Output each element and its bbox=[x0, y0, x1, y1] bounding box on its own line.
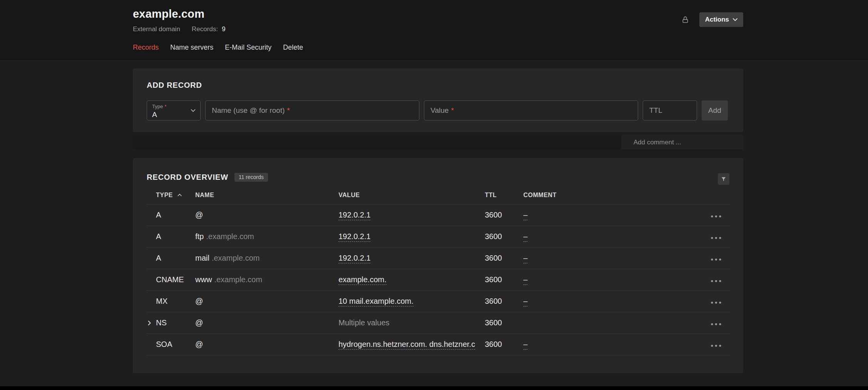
actions-button[interactable]: Actions bbox=[699, 12, 743, 27]
record-row: Amail.example.com192.0.2.13600– bbox=[147, 248, 729, 269]
record-type: NS bbox=[156, 318, 167, 327]
filter-button[interactable] bbox=[718, 173, 729, 185]
column-header-type[interactable]: TYPE bbox=[147, 192, 186, 204]
record-actions-cell bbox=[702, 312, 729, 334]
row-menu-button[interactable] bbox=[709, 278, 723, 285]
tab-name-servers[interactable]: Name servers bbox=[170, 44, 213, 55]
record-overview-header: RECORD OVERVIEW 11 records bbox=[147, 173, 729, 182]
record-type: MX bbox=[156, 297, 168, 305]
column-header-ttl[interactable]: TTL bbox=[476, 192, 514, 204]
record-ttl: 3600 bbox=[485, 254, 502, 262]
record-row: CNAMEwww.example.comexample.com.3600– bbox=[147, 269, 729, 291]
record-comment[interactable]: – bbox=[523, 254, 528, 263]
record-name: @ bbox=[195, 211, 203, 219]
record-value-cell: 192.0.2.1 bbox=[329, 204, 476, 226]
record-overview-panel: RECORD OVERVIEW 11 records TYPE bbox=[133, 158, 743, 373]
column-header-name[interactable]: NAME bbox=[186, 192, 329, 204]
record-value-cell: 10 mail.example.com. bbox=[329, 291, 476, 312]
add-record-heading: ADD RECORD bbox=[147, 81, 728, 90]
record-name-cell: @ bbox=[186, 204, 329, 226]
ttl-input[interactable]: TTL bbox=[643, 100, 697, 121]
row-menu-button[interactable] bbox=[709, 321, 723, 328]
actions-button-label: Actions bbox=[705, 16, 729, 23]
ttl-input-placeholder: TTL bbox=[649, 106, 662, 115]
record-actions-cell bbox=[702, 291, 729, 312]
record-name-cell: @ bbox=[186, 334, 329, 355]
record-ttl: 3600 bbox=[485, 232, 502, 241]
tab-email-security[interactable]: E-Mail Security bbox=[225, 44, 271, 55]
record-name: ftp bbox=[195, 232, 204, 241]
record-value[interactable]: 10 mail.example.com. bbox=[338, 297, 414, 306]
dns-console-page: example.com External domain Records: 9 A… bbox=[0, 0, 868, 386]
tab-delete[interactable]: Delete bbox=[283, 44, 303, 55]
record-value-cell: Multiple values bbox=[329, 312, 476, 334]
tab-records[interactable]: Records bbox=[133, 44, 159, 55]
record-actions-cell bbox=[702, 248, 729, 269]
record-comment[interactable]: – bbox=[523, 211, 528, 220]
record-name-cell: www.example.com bbox=[186, 269, 329, 291]
record-type: A bbox=[156, 232, 161, 241]
row-menu-button[interactable] bbox=[709, 342, 723, 349]
record-name-cell: @ bbox=[186, 291, 329, 312]
record-name: www bbox=[195, 275, 212, 284]
chevron-down-icon bbox=[191, 109, 196, 112]
record-type: SOA bbox=[156, 340, 172, 348]
type-select-label: Type * bbox=[152, 104, 195, 109]
record-ttl: 3600 bbox=[485, 340, 502, 348]
record-value[interactable]: 192.0.2.1 bbox=[338, 254, 370, 263]
record-row: NS@Multiple values3600 bbox=[147, 312, 729, 334]
record-type-cell: SOA bbox=[147, 334, 186, 355]
column-header-value[interactable]: VALUE bbox=[329, 192, 476, 204]
domain-subline: External domain Records: 9 bbox=[133, 25, 225, 33]
record-comment[interactable]: – bbox=[523, 232, 528, 242]
record-ttl-cell: 3600 bbox=[476, 312, 514, 334]
record-type-cell: CNAME bbox=[147, 269, 186, 291]
add-record-panel: ADD RECORD Type * A Name (use @ for root… bbox=[133, 69, 743, 132]
add-record-button[interactable]: Add bbox=[702, 100, 728, 121]
record-value: Multiple values bbox=[338, 318, 389, 327]
record-type-cell: A bbox=[147, 248, 186, 269]
record-value[interactable]: 192.0.2.1 bbox=[338, 232, 370, 242]
filter-icon bbox=[721, 176, 726, 182]
record-comment-cell: – bbox=[514, 226, 702, 248]
record-value[interactable]: example.com. bbox=[338, 275, 387, 285]
record-comment-cell bbox=[514, 312, 702, 334]
add-comment-button[interactable]: Add comment ... bbox=[621, 135, 743, 149]
record-name: @ bbox=[195, 297, 203, 305]
record-comment-cell: – bbox=[514, 248, 702, 269]
name-input[interactable]: Name (use @ for root) * bbox=[205, 100, 419, 121]
record-row: MX@10 mail.example.com.3600– bbox=[147, 291, 729, 312]
required-mark: * bbox=[287, 106, 290, 115]
row-menu-button[interactable] bbox=[709, 299, 723, 306]
records-count-label: Records: bbox=[192, 25, 218, 33]
row-menu-button[interactable] bbox=[709, 256, 723, 263]
sort-ascending-icon[interactable] bbox=[178, 194, 182, 196]
domain-kind-label: External domain bbox=[133, 25, 180, 33]
record-type: A bbox=[156, 211, 161, 219]
value-input[interactable]: Value * bbox=[424, 100, 638, 121]
record-ttl-cell: 3600 bbox=[476, 269, 514, 291]
column-header-comment[interactable]: COMMENT bbox=[514, 192, 702, 204]
record-comment[interactable]: – bbox=[523, 275, 528, 285]
required-mark: * bbox=[164, 104, 166, 109]
record-type-cell: A bbox=[147, 204, 186, 226]
record-comment-cell: – bbox=[514, 269, 702, 291]
record-row: SOA@hydrogen.ns.hetzner.com. dns.hetzner… bbox=[147, 334, 729, 355]
record-name-cell: mail.example.com bbox=[186, 248, 329, 269]
record-actions-cell bbox=[702, 204, 729, 226]
record-row: A@192.0.2.13600– bbox=[147, 204, 729, 226]
record-name-cell: ftp.example.com bbox=[186, 226, 329, 248]
row-menu-button[interactable] bbox=[709, 213, 723, 220]
table-header-row: TYPE NAME VALUE TTL COMMENT bbox=[147, 192, 729, 204]
row-menu-button[interactable] bbox=[709, 234, 723, 241]
record-comment[interactable]: – bbox=[523, 340, 528, 350]
record-ttl: 3600 bbox=[485, 211, 502, 219]
record-value[interactable]: hydrogen.ns.hetzner.com. dns.hetzner.c… bbox=[338, 340, 476, 350]
record-value[interactable]: 192.0.2.1 bbox=[338, 211, 370, 220]
tab-bar: Records Name servers E-Mail Security Del… bbox=[133, 44, 743, 55]
record-value-cell: 192.0.2.1 bbox=[329, 226, 476, 248]
expand-row-icon[interactable] bbox=[148, 321, 151, 325]
type-select[interactable]: Type * A bbox=[147, 100, 201, 121]
chevron-down-icon bbox=[733, 18, 737, 21]
record-comment[interactable]: – bbox=[523, 297, 528, 306]
